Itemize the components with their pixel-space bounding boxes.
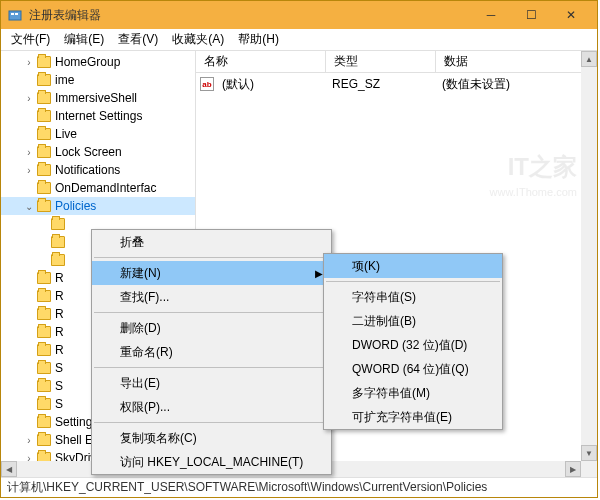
chevron-right-icon[interactable] xyxy=(37,218,49,230)
ctx-copyname[interactable]: 复制项名称(C) xyxy=(92,426,331,450)
chevron-right-icon[interactable]: › xyxy=(23,434,35,446)
tree-item[interactable]: OnDemandInterfac xyxy=(1,179,195,197)
sub-multistring[interactable]: 多字符串值(M) xyxy=(324,381,502,405)
menu-help[interactable]: 帮助(H) xyxy=(232,29,285,50)
tree-item-label: R xyxy=(55,289,64,303)
value-name: (默认) xyxy=(218,76,328,93)
tree-item[interactable]: ›Lock Screen xyxy=(1,143,195,161)
watermark: IT之家 xyxy=(508,151,577,183)
maximize-button[interactable]: ☐ xyxy=(511,3,551,27)
chevron-right-icon[interactable]: › xyxy=(23,146,35,158)
chevron-right-icon[interactable] xyxy=(23,380,35,392)
ctx-delete[interactable]: 删除(D) xyxy=(92,316,331,340)
chevron-right-icon[interactable] xyxy=(37,254,49,266)
tree-item-label: Notifications xyxy=(55,163,120,177)
sub-expandstring[interactable]: 可扩充字符串值(E) xyxy=(324,405,502,429)
value-row[interactable]: ab (默认) REG_SZ (数值未设置) xyxy=(196,75,597,93)
tree-item-label: ImmersiveShell xyxy=(55,91,137,105)
sub-key[interactable]: 项(K) xyxy=(324,254,502,278)
folder-icon xyxy=(37,326,51,338)
sub-qword[interactable]: QWORD (64 位)值(Q) xyxy=(324,357,502,381)
ctx-find[interactable]: 查找(F)... xyxy=(92,285,331,309)
tree-item[interactable]: ›Notifications xyxy=(1,161,195,179)
status-path: 计算机\HKEY_CURRENT_USER\SOFTWARE\Microsoft… xyxy=(7,479,487,496)
values-body[interactable]: ab (默认) REG_SZ (数值未设置) xyxy=(196,73,597,95)
tree-item[interactable]: Live xyxy=(1,125,195,143)
chevron-right-icon[interactable] xyxy=(23,128,35,140)
chevron-right-icon[interactable] xyxy=(23,182,35,194)
folder-icon xyxy=(37,434,51,446)
string-value-icon: ab xyxy=(200,77,214,91)
tree-item[interactable]: Internet Settings xyxy=(1,107,195,125)
chevron-down-icon[interactable]: ⌄ xyxy=(23,200,35,212)
folder-icon xyxy=(37,56,51,68)
tree-item-label: ime xyxy=(55,73,74,87)
chevron-right-icon[interactable] xyxy=(37,236,49,248)
values-header: 名称 类型 数据 xyxy=(196,51,597,73)
sub-string[interactable]: 字符串值(S) xyxy=(324,285,502,309)
folder-icon xyxy=(37,92,51,104)
tree-item[interactable]: ⌄Policies xyxy=(1,197,195,215)
chevron-right-icon[interactable] xyxy=(23,344,35,356)
folder-icon xyxy=(37,110,51,122)
menu-view[interactable]: 查看(V) xyxy=(112,29,164,50)
tree-item-label: HomeGroup xyxy=(55,55,120,69)
ctx-rename[interactable]: 重命名(R) xyxy=(92,340,331,364)
window-controls: ─ ☐ ✕ xyxy=(471,3,591,27)
tree-item-label: S xyxy=(55,379,63,393)
chevron-right-icon[interactable] xyxy=(23,398,35,410)
tree-item-label: R xyxy=(55,307,64,321)
tree-item-label: R xyxy=(55,325,64,339)
menu-file[interactable]: 文件(F) xyxy=(5,29,56,50)
chevron-right-icon[interactable] xyxy=(23,272,35,284)
folder-icon xyxy=(37,398,51,410)
close-button[interactable]: ✕ xyxy=(551,3,591,27)
minimize-button[interactable]: ─ xyxy=(471,3,511,27)
tree-item-label: Live xyxy=(55,127,77,141)
folder-icon xyxy=(37,380,51,392)
col-name[interactable]: 名称 xyxy=(196,51,326,72)
chevron-right-icon[interactable]: › xyxy=(23,92,35,104)
sub-dword[interactable]: DWORD (32 位)值(D) xyxy=(324,333,502,357)
scroll-left-button[interactable]: ◀ xyxy=(1,461,17,477)
chevron-right-icon[interactable]: › xyxy=(23,56,35,68)
folder-icon xyxy=(51,218,65,230)
folder-icon xyxy=(51,236,65,248)
menu-favorites[interactable]: 收藏夹(A) xyxy=(166,29,230,50)
folder-icon xyxy=(37,182,51,194)
folder-icon xyxy=(37,344,51,356)
chevron-right-icon[interactable] xyxy=(23,74,35,86)
ctx-separator xyxy=(94,312,329,313)
folder-icon xyxy=(37,128,51,140)
chevron-right-icon[interactable] xyxy=(23,110,35,122)
tree-item-label: S xyxy=(55,397,63,411)
col-type[interactable]: 类型 xyxy=(326,51,436,72)
chevron-right-icon[interactable] xyxy=(23,290,35,302)
ctx-separator xyxy=(94,422,329,423)
chevron-right-icon[interactable] xyxy=(23,308,35,320)
folder-icon xyxy=(37,200,51,212)
ctx-collapse[interactable]: 折叠 xyxy=(92,230,331,254)
folder-icon xyxy=(51,254,65,266)
chevron-right-icon[interactable]: › xyxy=(23,164,35,176)
tree-item-label: R xyxy=(55,271,64,285)
col-data[interactable]: 数据 xyxy=(436,51,597,72)
chevron-right-icon[interactable] xyxy=(23,326,35,338)
folder-icon xyxy=(37,164,51,176)
menu-edit[interactable]: 编辑(E) xyxy=(58,29,110,50)
tree-item-label: R xyxy=(55,343,64,357)
ctx-permissions[interactable]: 权限(P)... xyxy=(92,395,331,419)
ctx-goto[interactable]: 访问 HKEY_LOCAL_MACHINE(T) xyxy=(92,450,331,474)
ctx-export[interactable]: 导出(E) xyxy=(92,371,331,395)
sub-binary[interactable]: 二进制值(B) xyxy=(324,309,502,333)
titlebar: 注册表编辑器 ─ ☐ ✕ xyxy=(1,1,597,29)
tree-item-label: Lock Screen xyxy=(55,145,122,159)
tree-item[interactable]: ›HomeGroup xyxy=(1,53,195,71)
chevron-right-icon[interactable] xyxy=(23,362,35,374)
tree-item[interactable]: ime xyxy=(1,71,195,89)
chevron-right-icon[interactable] xyxy=(23,416,35,428)
ctx-new[interactable]: 新建(N)▶ xyxy=(92,261,331,285)
window-title: 注册表编辑器 xyxy=(29,7,471,24)
tree-item[interactable]: ›ImmersiveShell xyxy=(1,89,195,107)
svg-rect-1 xyxy=(11,13,14,15)
